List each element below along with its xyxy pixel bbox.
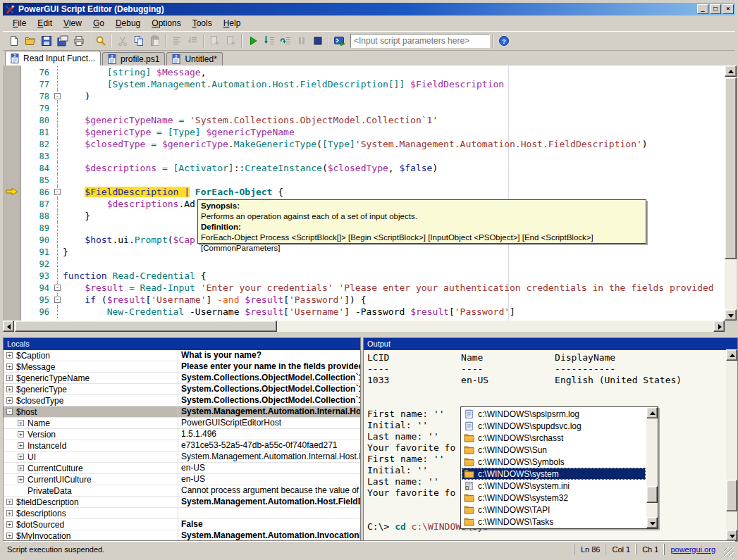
locals-row-Name[interactable]: +NamePowerGUIScriptEditorHost bbox=[4, 418, 360, 429]
locals-row-Message[interactable]: +$MessagePlease enter your name in the f… bbox=[4, 361, 360, 373]
find-button[interactable] bbox=[92, 33, 109, 49]
menu-item-view[interactable]: View bbox=[58, 17, 87, 30]
locals-row-MyInvocation[interactable]: +$MyInvocationSystem.Management.Automati… bbox=[4, 530, 360, 541]
scroll-down-button[interactable] bbox=[646, 517, 658, 528]
step-into-button[interactable] bbox=[261, 33, 277, 49]
editor-vertical-scrollbar[interactable] bbox=[725, 66, 737, 321]
locals-row-CurrentUICulture[interactable]: +CurrentUICultureen-US bbox=[4, 474, 360, 485]
open-file-button[interactable] bbox=[22, 33, 38, 49]
expand-icon[interactable]: + bbox=[18, 442, 24, 449]
locals-row-host[interactable]: -$hostSystem.Management.Automation.Inter… bbox=[4, 406, 360, 418]
stop-button[interactable] bbox=[309, 33, 326, 49]
scroll-thumb[interactable] bbox=[646, 486, 658, 503]
scroll-thumb[interactable] bbox=[725, 77, 737, 259]
prev-bookmark-button[interactable] bbox=[207, 33, 223, 49]
expand-icon[interactable]: + bbox=[6, 521, 13, 528]
save-all-button[interactable] bbox=[54, 33, 70, 49]
horizontal-splitter[interactable] bbox=[3, 332, 735, 337]
completion-item[interactable]: c:\WINDOWS\spupdsvc.log bbox=[462, 420, 646, 432]
locals-row-fieldDescription[interactable]: +$fieldDescriptionSystem.Management.Auto… bbox=[4, 497, 360, 508]
scroll-thumb[interactable] bbox=[15, 321, 277, 332]
completion-item[interactable]: c:\WINDOWS\TAPI bbox=[462, 504, 646, 516]
copy-button[interactable] bbox=[130, 33, 147, 49]
expand-icon[interactable]: + bbox=[6, 510, 13, 516]
expand-icon[interactable]: + bbox=[18, 476, 24, 483]
powergui-link[interactable]: powergui.org bbox=[670, 545, 715, 554]
dropdown-scrollbar[interactable] bbox=[646, 407, 658, 528]
menu-item-file[interactable]: File bbox=[7, 17, 32, 30]
editor-horizontal-scrollbar[interactable] bbox=[3, 321, 725, 332]
locals-row-PrivateData[interactable]: PrivateDataCannot process argument becau… bbox=[4, 485, 360, 497]
completion-item[interactable]: c:\WINDOWS\spslpsrm.log bbox=[462, 408, 646, 420]
script-parameters-input[interactable] bbox=[350, 34, 490, 48]
locals-row-Version[interactable]: +Version1.5.1.496 bbox=[4, 429, 360, 440]
menu-item-go[interactable]: Go bbox=[87, 17, 110, 30]
locals-row-CurrentCulture[interactable]: +CurrentCultureen-US bbox=[4, 463, 360, 474]
scroll-up-button[interactable] bbox=[726, 349, 737, 361]
completion-item[interactable]: c:\WINDOWS\srchasst bbox=[462, 432, 646, 444]
completion-item[interactable]: c:\WINDOWS\system32 bbox=[462, 492, 646, 504]
expand-icon[interactable]: + bbox=[18, 431, 24, 437]
expand-icon[interactable]: + bbox=[18, 465, 24, 471]
cut-button[interactable] bbox=[114, 33, 130, 49]
scroll-down-button[interactable] bbox=[725, 309, 737, 321]
completion-item[interactable]: c:\WINDOWS\Sun bbox=[462, 444, 646, 456]
menu-item-edit[interactable]: Edit bbox=[32, 17, 58, 30]
locals-row-Caption[interactable]: +$CaptionWhat is your name? bbox=[4, 350, 360, 361]
fold-collapse-icon[interactable]: - bbox=[54, 285, 61, 291]
menu-item-help[interactable]: Help bbox=[218, 17, 247, 30]
powershell-console-button[interactable] bbox=[331, 33, 348, 49]
breakpoint-margin[interactable] bbox=[3, 66, 21, 321]
menu-item-debug[interactable]: Debug bbox=[110, 17, 146, 30]
scroll-down-button[interactable] bbox=[726, 530, 737, 541]
document-tab-2[interactable]: 2profile.ps1 bbox=[102, 52, 165, 66]
expand-icon[interactable]: + bbox=[6, 533, 13, 539]
save-button[interactable] bbox=[38, 33, 54, 49]
menu-item-tools[interactable]: Tools bbox=[187, 17, 218, 30]
fold-collapse-icon[interactable]: - bbox=[54, 189, 61, 195]
document-tab-3[interactable]: 2Untitled* bbox=[166, 52, 222, 66]
close-button[interactable]: × bbox=[722, 4, 734, 14]
run-button[interactable] bbox=[245, 33, 261, 49]
step-over-button[interactable] bbox=[277, 33, 293, 49]
locals-row-dotSourced[interactable]: +$dotSourcedFalse bbox=[4, 519, 360, 530]
document-tab-1[interactable]: 2Read Input Funct... bbox=[5, 51, 101, 66]
completion-item[interactable]: c:\WINDOWS\Symbols bbox=[462, 456, 646, 468]
completion-item[interactable]: c:\WINDOWS\system.ini bbox=[462, 480, 646, 492]
print-button[interactable] bbox=[70, 33, 87, 49]
locals-row-descriptions[interactable]: +$descriptions bbox=[4, 508, 360, 519]
format-indent-button[interactable] bbox=[168, 33, 185, 49]
minimize-button[interactable]: _ bbox=[697, 4, 708, 14]
paste-button[interactable] bbox=[147, 33, 163, 49]
locals-row-closedType[interactable]: +$closedTypeSystem.Collections.ObjectMod… bbox=[4, 395, 360, 406]
expand-icon[interactable]: + bbox=[6, 352, 13, 359]
expand-icon[interactable]: + bbox=[6, 499, 13, 505]
expand-icon[interactable]: + bbox=[6, 363, 13, 370]
output-vertical-scrollbar[interactable] bbox=[726, 349, 737, 541]
expand-icon[interactable]: + bbox=[6, 375, 13, 381]
completion-item[interactable]: c:\WINDOWS\system bbox=[462, 468, 646, 480]
next-bookmark-button[interactable] bbox=[223, 33, 239, 49]
scroll-up-button[interactable] bbox=[725, 66, 737, 77]
format-outdent-button[interactable] bbox=[185, 33, 201, 49]
locals-row-InstanceId[interactable]: +InstanceIde731ce53-52a5-47db-a55c-0f740… bbox=[4, 440, 360, 452]
fold-collapse-icon[interactable]: - bbox=[54, 297, 61, 303]
new-file-button[interactable] bbox=[6, 33, 22, 49]
menu-item-options[interactable]: Options bbox=[146, 17, 186, 30]
help-button[interactable]: ? bbox=[496, 33, 512, 49]
fold-collapse-icon[interactable]: - bbox=[54, 93, 61, 99]
pause-button[interactable] bbox=[293, 33, 309, 49]
locals-row-UI[interactable]: +UISystem.Management.Automation.Internal… bbox=[4, 452, 360, 463]
maximize-button[interactable]: □ bbox=[710, 4, 721, 14]
expand-icon[interactable]: + bbox=[18, 420, 24, 426]
expand-icon[interactable]: + bbox=[18, 454, 24, 460]
locals-row-genericTypeName[interactable]: +$genericTypeNameSystem.Collections.Obje… bbox=[4, 373, 360, 384]
scroll-thumb[interactable] bbox=[726, 480, 737, 511]
completion-item[interactable]: c:\WINDOWS\Tasks bbox=[462, 516, 646, 528]
locals-row-genericType[interactable]: +$genericTypeSystem.Collections.ObjectMo… bbox=[4, 384, 360, 395]
collapse-icon[interactable]: - bbox=[6, 409, 13, 415]
code-editor[interactable]: 76 [string] $Message,77 [System.Manageme… bbox=[3, 66, 725, 321]
scroll-up-button[interactable] bbox=[646, 407, 658, 418]
resize-grip[interactable] bbox=[724, 547, 734, 557]
scroll-right-button[interactable] bbox=[713, 321, 725, 332]
